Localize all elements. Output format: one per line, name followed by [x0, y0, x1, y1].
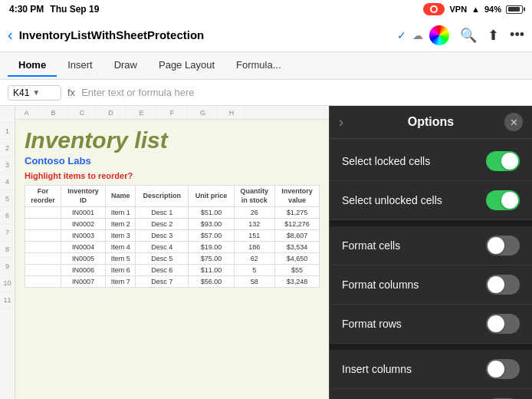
table-cell[interactable] — [25, 230, 61, 242]
panel-header: › Options ✕ — [330, 106, 532, 139]
toggle-knob — [488, 315, 504, 332]
table-cell[interactable]: Item 5 — [106, 253, 136, 265]
table-cell[interactable]: Item 6 — [106, 265, 136, 276]
row-num-4: 4 — [0, 173, 15, 190]
table-cell[interactable]: 62 — [234, 253, 274, 265]
panel-close-button[interactable]: ✕ — [504, 113, 523, 131]
table-cell[interactable] — [25, 253, 61, 265]
option-toggle[interactable] — [486, 151, 520, 171]
table-cell[interactable]: $75.00 — [189, 253, 234, 265]
back-button[interactable]: ‹ — [8, 26, 13, 44]
record-button[interactable] — [423, 3, 445, 15]
table-cell[interactable]: $8,607 — [274, 230, 319, 242]
table-cell[interactable]: $55 — [274, 265, 319, 276]
table-cell[interactable]: 151 — [234, 230, 274, 242]
status-left: 4:30 PM Thu Sep 19 — [9, 4, 99, 15]
col-G: G — [188, 106, 218, 119]
table-cell[interactable] — [25, 265, 61, 276]
table-cell[interactable]: IN0004 — [61, 242, 106, 253]
table-cell[interactable]: Desc 7 — [136, 276, 189, 288]
table-cell[interactable]: 132 — [234, 219, 274, 230]
table-cell[interactable]: 26 — [234, 207, 274, 219]
table-cell[interactable]: Desc 5 — [136, 253, 189, 265]
table-row: IN0004Item 4Desc 4$19.00186$3,534 — [25, 242, 320, 253]
col-H: H — [218, 106, 245, 119]
table-cell[interactable] — [25, 207, 61, 219]
time-display: 4:30 PM — [9, 4, 44, 15]
tab-page-layout[interactable]: Page Layout — [148, 54, 225, 77]
table-cell[interactable] — [25, 276, 61, 288]
table-cell[interactable]: $11.00 — [189, 265, 234, 276]
table-cell[interactable]: $51.00 — [189, 207, 234, 219]
table-cell[interactable]: Desc 6 — [136, 265, 189, 276]
formula-input[interactable]: Enter text or formula here — [81, 87, 524, 98]
sheet-content[interactable]: Inventory list Contoso Labs Highlight it… — [15, 120, 329, 399]
table-cell[interactable]: $12,276 — [274, 219, 319, 230]
toggle-knob — [488, 361, 504, 378]
more-icon[interactable]: ••• — [510, 27, 524, 43]
table-cell[interactable]: Item 1 — [106, 207, 136, 219]
share-icon[interactable]: ⬆ — [488, 27, 499, 44]
table-cell[interactable]: Desc 4 — [136, 242, 189, 253]
toggle-knob — [501, 192, 518, 209]
table-cell[interactable]: IN0003 — [61, 230, 106, 242]
tab-insert[interactable]: Insert — [57, 54, 103, 77]
table-cell[interactable] — [25, 242, 61, 253]
cell-ref-box[interactable]: K41 ▼ — [8, 85, 61, 101]
date-display: Thu Sep 19 — [50, 4, 99, 15]
cloud-icon: ☁ — [412, 29, 423, 41]
inventory-background: Inventory list Contoso Labs Highlight it… — [15, 120, 329, 399]
table-cell[interactable] — [25, 219, 61, 230]
table-cell[interactable]: $1,275 — [274, 207, 319, 219]
option-toggle[interactable] — [486, 236, 520, 256]
table-cell[interactable]: Item 2 — [106, 219, 136, 230]
option-toggle[interactable] — [486, 314, 520, 334]
table-cell[interactable]: IN0001 — [61, 207, 106, 219]
table-cell[interactable]: 5 — [234, 265, 274, 276]
table-cell[interactable]: IN0006 — [61, 265, 106, 276]
battery-indicator — [506, 5, 523, 14]
col-F: F — [157, 106, 188, 119]
cell-ref-dropdown-icon[interactable]: ▼ — [32, 88, 40, 97]
table-cell[interactable]: Item 4 — [106, 242, 136, 253]
option-toggle[interactable] — [486, 359, 520, 379]
table-cell[interactable]: $57.00 — [189, 230, 234, 242]
table-cell[interactable]: $3,248 — [274, 276, 319, 288]
col-B: B — [38, 106, 69, 119]
tab-home[interactable]: Home — [8, 54, 57, 77]
table-cell[interactable]: IN0005 — [61, 253, 106, 265]
table-cell[interactable]: $19.00 — [189, 242, 234, 253]
search-icon[interactable]: 🔍 — [460, 27, 477, 44]
tab-formula[interactable]: Formula... — [225, 54, 292, 77]
color-wheel-icon[interactable] — [429, 25, 449, 45]
option-label: Format columns — [342, 279, 419, 291]
col-header-desc: Description — [136, 186, 189, 207]
table-cell[interactable]: $4,650 — [274, 253, 319, 265]
options-list: Select locked cellsSelect unlocked cells… — [330, 139, 532, 399]
tab-draw[interactable]: Draw — [103, 54, 148, 77]
col-header-inv-id: InventoryID — [61, 186, 106, 207]
table-cell[interactable]: $93.00 — [189, 219, 234, 230]
table-cell[interactable]: Item 3 — [106, 230, 136, 242]
section-divider — [330, 220, 532, 226]
table-cell[interactable]: 186 — [234, 242, 274, 253]
table-cell[interactable]: Desc 1 — [136, 207, 189, 219]
table-cell[interactable]: IN0002 — [61, 219, 106, 230]
panel-collapse-icon[interactable]: › — [339, 114, 343, 130]
row-num-11: 11 — [0, 292, 15, 308]
option-toggle[interactable] — [486, 275, 520, 295]
doc-title: InventoryListWithSheetProtection — [19, 28, 391, 41]
table-cell[interactable]: Item 7 — [106, 276, 136, 288]
formula-bar: K41 ▼ fx Enter text or formula here — [0, 80, 532, 106]
table-cell[interactable]: 58 — [234, 276, 274, 288]
table-cell[interactable]: Desc 2 — [136, 219, 189, 230]
row-num-10: 10 — [0, 275, 15, 292]
option-item: Select locked cells — [330, 142, 532, 181]
col-A: A — [15, 106, 38, 119]
row-num-1: 1 — [0, 123, 15, 140]
table-cell[interactable]: IN0007 — [61, 276, 106, 288]
table-cell[interactable]: $56.00 — [189, 276, 234, 288]
table-cell[interactable]: $3,534 — [274, 242, 319, 253]
table-cell[interactable]: Desc 3 — [136, 230, 189, 242]
option-toggle[interactable] — [486, 190, 520, 210]
